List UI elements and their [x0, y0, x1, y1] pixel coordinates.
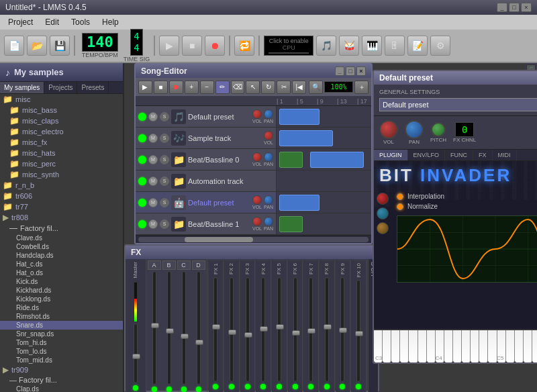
- list-item[interactable]: Handclap.ds: [0, 251, 123, 260]
- list-item[interactable]: 📁misc_synth: [0, 169, 123, 180]
- se-erase-button[interactable]: ⌫: [231, 81, 245, 94]
- list-item[interactable]: Hat_c.ds: [0, 260, 123, 268]
- track-volume-knob[interactable]: [252, 152, 262, 162]
- fx-led-1[interactable]: [213, 384, 218, 389]
- track-name[interactable]: Beat/Bassline 0: [188, 156, 250, 164]
- bit-knob-1[interactable]: [377, 193, 389, 205]
- list-item[interactable]: Cowbell.ds: [0, 242, 123, 251]
- track-pan-knob[interactable]: [264, 152, 273, 162]
- white-key[interactable]: [383, 330, 391, 362]
- track-content[interactable]: [277, 213, 371, 234]
- plugin-pitch-knob[interactable]: [431, 122, 446, 137]
- list-item[interactable]: Snare.ds: [0, 321, 123, 330]
- list-item[interactable]: Clave.ds: [0, 234, 123, 242]
- track-name[interactable]: Beat/Bassline 1: [188, 220, 250, 228]
- se-zoom-out[interactable]: 🔍: [309, 81, 323, 94]
- track-mute-button[interactable]: M: [148, 219, 158, 229]
- track-solo-button[interactable]: S: [160, 112, 169, 121]
- se-play-button[interactable]: ▶: [138, 81, 152, 94]
- open-project-button[interactable]: 📂: [27, 36, 47, 56]
- fx-fader-6[interactable]: [293, 277, 297, 382]
- list-item[interactable]: Kickhard.ds: [0, 286, 123, 295]
- fx-led-master[interactable]: [133, 385, 138, 391]
- list-item[interactable]: 📁tr77: [0, 201, 123, 212]
- fx-fader-1-thumb[interactable]: [212, 324, 220, 330]
- white-key[interactable]: [427, 330, 436, 362]
- track-volume-knob[interactable]: [252, 109, 262, 119]
- maximize-button[interactable]: □: [509, 3, 520, 12]
- fx-fader-5-thumb[interactable]: [276, 324, 284, 330]
- list-item[interactable]: — Factory fil...: [0, 375, 123, 385]
- loop-button[interactable]: 🔁: [234, 36, 254, 56]
- list-item[interactable]: Tom_hi.ds: [0, 338, 123, 347]
- white-key[interactable]: [488, 330, 497, 362]
- fx-ch5-label[interactable]: FX 5: [276, 263, 282, 275]
- se-cursor-button[interactable]: ↖: [246, 81, 260, 94]
- fx-led-c[interactable]: [181, 387, 187, 392]
- list-item[interactable]: 📁misc_fx: [0, 137, 123, 148]
- list-item[interactable]: 📁misc_perc: [0, 158, 123, 169]
- fx-ch4-label[interactable]: FX 4: [260, 263, 266, 275]
- list-item[interactable]: 📁misc_claps: [0, 115, 123, 126]
- fx-fader-9[interactable]: [340, 277, 344, 382]
- fx-led-3[interactable]: [245, 384, 250, 389]
- track-name[interactable]: Automation track: [188, 177, 273, 185]
- fx-fader-8-thumb[interactable]: [324, 324, 332, 330]
- white-key[interactable]: [453, 330, 462, 362]
- se-cut-button[interactable]: ✂: [277, 81, 291, 94]
- track-block[interactable]: [279, 109, 320, 125]
- fx-channel-a-label[interactable]: A: [148, 260, 161, 270]
- se-play-pos-button[interactable]: |◀: [292, 81, 306, 94]
- track-content[interactable]: [277, 128, 371, 148]
- white-key[interactable]: [418, 330, 427, 362]
- track-mute-button[interactable]: M: [148, 198, 158, 207]
- fx-fader-d[interactable]: [197, 271, 201, 385]
- fx-ch6-label[interactable]: FX 6: [292, 263, 298, 275]
- se-stop-button[interactable]: ■: [154, 81, 168, 94]
- list-item[interactable]: Clap.ds: [0, 385, 123, 392]
- white-key[interactable]: [532, 330, 537, 362]
- song-editor-close[interactable]: ×: [356, 66, 366, 76]
- piano-roll-button[interactable]: 🎹: [362, 36, 382, 56]
- bit-knob-3[interactable]: [377, 222, 389, 234]
- bit-normalize-option[interactable]: Normalize: [397, 203, 537, 210]
- song-editor-scrollbar[interactable]: [136, 235, 371, 243]
- plugin-name-input[interactable]: [379, 98, 537, 111]
- se-zoom-level[interactable]: 100%: [324, 81, 353, 93]
- fx-led-8[interactable]: [324, 384, 330, 389]
- fx-led-5[interactable]: [277, 384, 282, 389]
- track-led[interactable]: [138, 177, 146, 185]
- fx-fader-7-thumb[interactable]: [307, 328, 315, 334]
- fx-fader-b[interactable]: [167, 271, 171, 385]
- fx-ch1-label[interactable]: FX 1: [213, 263, 219, 275]
- list-item[interactable]: 📁misc_hats: [0, 148, 123, 158]
- fx-led-7[interactable]: [308, 384, 313, 389]
- fx-led-2[interactable]: [229, 384, 234, 389]
- close-button[interactable]: ×: [521, 3, 532, 12]
- fx-fader-4[interactable]: [261, 277, 265, 382]
- fx-led-6[interactable]: [293, 384, 298, 389]
- track-name[interactable]: Default preset: [188, 199, 250, 207]
- list-item[interactable]: ▶tr909: [0, 364, 123, 375]
- track-block[interactable]: [279, 152, 303, 168]
- tempo-display[interactable]: 140: [82, 33, 118, 52]
- track-block[interactable]: [279, 195, 320, 211]
- horizontal-scrollbar[interactable]: [138, 237, 369, 242]
- menu-project[interactable]: Project: [3, 16, 38, 28]
- waveform-display[interactable]: [397, 215, 537, 283]
- fx-led-b[interactable]: [166, 387, 172, 392]
- fx-fader-5[interactable]: [277, 277, 281, 382]
- normalize-radio[interactable]: [397, 203, 403, 210]
- plugin-tab-plugin[interactable]: PLUGIN: [374, 150, 408, 160]
- list-item[interactable]: —Factory fil...: [0, 223, 123, 234]
- track-pan-knob[interactable]: [264, 217, 273, 226]
- white-key[interactable]: [515, 330, 524, 362]
- settings-button[interactable]: ⚙: [430, 36, 450, 56]
- track-solo-button[interactable]: S: [160, 219, 169, 229]
- fx-channel-d-label[interactable]: D: [192, 260, 205, 270]
- track-mute-button[interactable]: M: [148, 155, 158, 164]
- plugin-tab-func[interactable]: FUNC: [445, 150, 473, 160]
- track-led[interactable]: [138, 199, 146, 207]
- list-item[interactable]: Tom_mid.ds: [0, 356, 123, 364]
- track-mute-button[interactable]: M: [148, 112, 158, 121]
